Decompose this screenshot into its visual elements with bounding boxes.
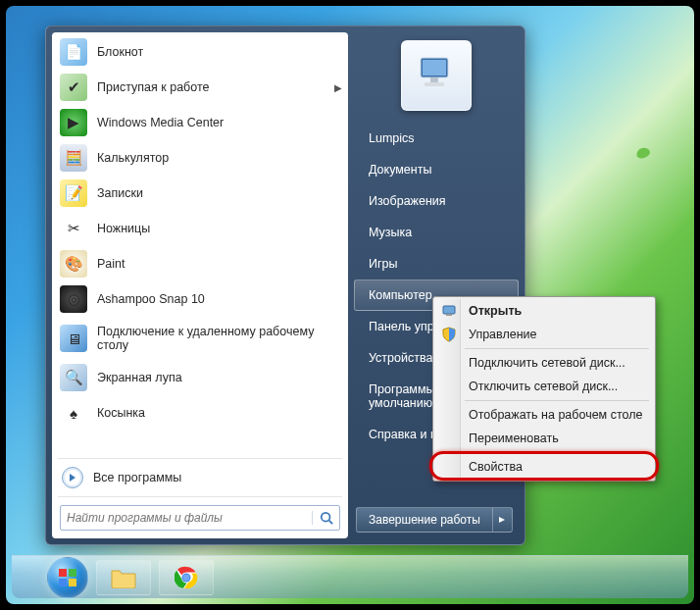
start-button[interactable] xyxy=(47,557,88,598)
right-pane-item[interactable]: Изображения xyxy=(354,185,519,217)
leaf-decoration xyxy=(635,146,652,160)
context-menu-label: Отображать на рабочем столе xyxy=(469,408,642,422)
program-item[interactable]: 🎨 Paint xyxy=(52,246,348,281)
program-list: 📄 Блокнот ✔ Приступая к работе ▶▶ Window… xyxy=(52,32,348,456)
program-item[interactable]: ✂ Ножницы xyxy=(52,211,348,246)
search-row xyxy=(52,499,348,538)
context-menu-item[interactable]: Отображать на рабочем столе xyxy=(435,403,653,427)
context-menu-separator xyxy=(465,348,649,349)
program-label: Windows Media Center xyxy=(97,116,224,129)
context-menu-label: Переименовать xyxy=(469,432,559,445)
context-menu-label: Свойства xyxy=(469,460,523,474)
program-icon: 🖥 xyxy=(60,325,87,352)
program-item[interactable]: ♠ Косынка xyxy=(52,395,348,431)
program-item[interactable]: 📄 Блокнот xyxy=(52,34,348,70)
separator xyxy=(58,458,342,459)
program-label: Paint xyxy=(97,257,125,271)
svg-rect-3 xyxy=(423,60,446,76)
program-item[interactable]: 📝 Записки xyxy=(52,176,348,211)
program-icon: 📝 xyxy=(60,179,87,207)
computer-icon xyxy=(441,303,457,319)
arrow-right-icon xyxy=(62,467,83,488)
desktop-wallpaper: 📄 Блокнот ✔ Приступая к работе ▶▶ Window… xyxy=(6,6,694,604)
taskbar-explorer-button[interactable] xyxy=(96,560,151,595)
submenu-arrow-icon: ▶ xyxy=(334,82,342,93)
context-menu-item[interactable]: Переименовать xyxy=(435,427,653,450)
svg-rect-6 xyxy=(443,306,455,314)
context-menu-item[interactable]: Отключить сетевой диск... xyxy=(435,375,653,398)
svg-rect-4 xyxy=(430,77,438,82)
all-programs-label: Все программы xyxy=(93,471,181,484)
svg-point-10 xyxy=(183,574,190,581)
program-label: Приступая к работе xyxy=(97,80,209,94)
program-label: Калькулятор xyxy=(97,151,169,165)
context-menu: ОткрытьУправлениеПодключить сетевой диск… xyxy=(432,296,656,482)
context-menu-label: Отключить сетевой диск... xyxy=(469,380,618,393)
program-label: Косынка xyxy=(97,406,145,420)
program-item[interactable]: 🔍 Экранная лупа xyxy=(52,360,348,395)
context-menu-label: Подключить сетевой диск... xyxy=(469,356,625,370)
context-menu-separator xyxy=(465,452,649,453)
shutdown-button[interactable]: Завершение работы xyxy=(356,507,493,533)
program-label: Ножницы xyxy=(97,222,150,235)
all-programs-button[interactable]: Все программы xyxy=(52,461,348,494)
svg-point-0 xyxy=(321,513,329,522)
taskbar-chrome-button[interactable] xyxy=(159,560,214,595)
search-box[interactable] xyxy=(60,505,340,531)
program-icon: 🔍 xyxy=(60,364,87,391)
program-icon: ✂ xyxy=(60,215,87,242)
search-icon[interactable] xyxy=(312,511,339,525)
program-item[interactable]: 🖥 Подключение к удаленному рабочему стол… xyxy=(52,317,348,360)
program-label: Подключение к удаленному рабочему столу xyxy=(97,325,340,352)
taskbar xyxy=(12,555,688,598)
start-menu-left-pane: 📄 Блокнот ✔ Приступая к работе ▶▶ Window… xyxy=(52,32,348,538)
context-menu-separator xyxy=(465,400,649,401)
program-icon: ▶ xyxy=(60,109,87,136)
program-icon: 🎨 xyxy=(60,250,87,278)
shutdown-options-button[interactable] xyxy=(493,507,513,533)
program-label: Блокнот xyxy=(97,45,143,59)
svg-rect-7 xyxy=(446,314,452,316)
user-picture[interactable] xyxy=(401,40,472,111)
program-icon: ◎ xyxy=(60,285,87,313)
right-pane-item[interactable]: Игры xyxy=(354,248,519,280)
separator xyxy=(58,496,342,497)
program-item[interactable]: ▶ Windows Media Center xyxy=(52,105,348,140)
search-input[interactable] xyxy=(61,511,312,525)
program-item[interactable]: ◎ Ashampoo Snap 10 xyxy=(52,281,348,317)
program-icon: ✔ xyxy=(60,74,87,101)
svg-line-1 xyxy=(328,521,332,525)
right-pane-item[interactable]: Lumpics xyxy=(354,123,519,154)
svg-rect-5 xyxy=(425,82,444,86)
context-menu-label: Открыть xyxy=(469,304,522,318)
context-menu-item[interactable]: Свойства xyxy=(435,455,653,479)
program-item[interactable]: 🧮 Калькулятор xyxy=(52,140,348,176)
context-menu-item[interactable]: Управление xyxy=(435,323,653,346)
context-menu-item[interactable]: Открыть xyxy=(435,299,653,323)
right-pane-item[interactable]: Музыка xyxy=(354,217,519,248)
program-icon: 📄 xyxy=(60,38,87,66)
right-pane-item[interactable]: Документы xyxy=(354,154,519,185)
program-label: Экранная лупа xyxy=(97,371,182,384)
context-menu-label: Управление xyxy=(469,328,537,341)
program-label: Ashampoo Snap 10 xyxy=(97,292,205,306)
shield-icon xyxy=(441,327,457,342)
program-icon: ♠ xyxy=(60,399,87,427)
program-item[interactable]: ✔ Приступая к работе ▶ xyxy=(52,70,348,105)
program-icon: 🧮 xyxy=(60,144,87,172)
shutdown-row: Завершение работы xyxy=(356,507,517,533)
context-menu-item[interactable]: Подключить сетевой диск... xyxy=(435,351,653,375)
program-label: Записки xyxy=(97,186,143,200)
